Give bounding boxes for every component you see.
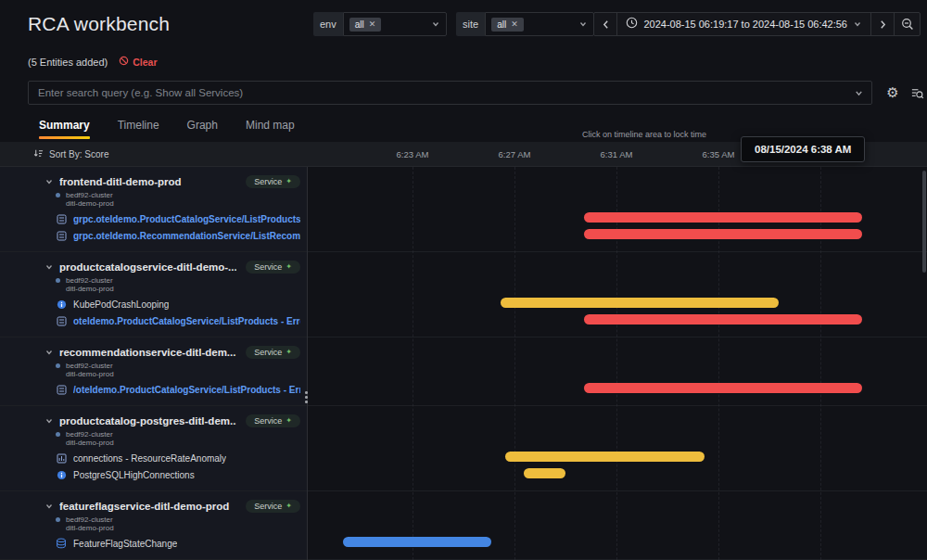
entity-item[interactable]: connections - ResourceRateAnomaly (44, 450, 300, 466)
entity-group-timeline[interactable] (308, 337, 927, 405)
time-range-picker: 2024-08-15 06:19:17 to 2024-08-15 06:42:… (593, 12, 921, 36)
timeline-bar[interactable] (501, 298, 779, 308)
search-box (28, 81, 872, 105)
scrollbar-thumb[interactable] (922, 171, 926, 273)
entity-group-header[interactable]: recommendationservice-ditl-dem...Service… (44, 343, 300, 361)
entity-group-header[interactable]: productcatalog-postgres-ditl-dem...Servi… (44, 412, 300, 429)
entity-group-header[interactable]: frontend-ditl-demo-prodService✦ (44, 172, 300, 190)
chevron-down-icon (44, 498, 54, 515)
entity-cluster: bedf92-clusterditl-demo-prod (44, 515, 300, 535)
service-badge: Service✦ (246, 414, 300, 427)
time-range-button[interactable]: 2024-08-15 06:19:17 to 2024-08-15 06:42:… (616, 13, 871, 35)
entity-item[interactable]: PostgreSQLHighConnections (44, 466, 300, 483)
namespace-name: ditl-demo-prod (66, 285, 114, 293)
zoom-out-button[interactable] (894, 13, 920, 35)
chevron-down-icon[interactable] (854, 88, 871, 98)
namespace-name: ditl-demo-prod (66, 370, 114, 378)
env-filter-chip: all ✕ (349, 18, 382, 32)
time-forward-button[interactable] (871, 13, 894, 35)
entity-name: productcatalogservice-ditl-demo-... (59, 261, 236, 273)
entity-group-timeline[interactable] (308, 252, 927, 337)
timeline-bar[interactable] (343, 537, 491, 547)
ban-icon (119, 56, 129, 68)
entity-item[interactable]: oteldemo.ProductCatalogService/ListProdu… (44, 312, 300, 329)
gear-icon[interactable]: ⚙ (882, 82, 904, 104)
namespace-name: ditl-demo-prod (66, 439, 114, 447)
page-title: RCA workbench (28, 13, 170, 35)
time-back-button[interactable] (594, 13, 616, 35)
bullet-icon (56, 278, 60, 283)
timeline-bar[interactable] (505, 452, 705, 462)
time-tick-label: 6:35 AM (703, 149, 735, 159)
tab-timeline[interactable]: Timeline (118, 119, 159, 139)
service-badge: Service✦ (246, 500, 300, 513)
trace-icon (56, 316, 67, 326)
entity-item-label: grpc.oteldemo.RecommendationService/List… (73, 231, 300, 241)
tab-summary[interactable]: Summary (39, 119, 90, 139)
entity-group-left: frontend-ditl-demo-prodService✦bedf92-cl… (0, 167, 308, 251)
sort-by-control[interactable]: Sort By: Score (33, 142, 108, 166)
namespace-name: ditl-demo-prod (66, 524, 114, 532)
entity-item[interactable]: /oteldemo.ProductCatalogService/ListProd… (44, 381, 300, 398)
time-range-text: 2024-08-15 06:19:17 to 2024-08-15 06:42:… (643, 19, 847, 30)
timeline-bar[interactable] (524, 468, 565, 478)
tab-graph[interactable]: Graph (187, 119, 218, 139)
entity-item[interactable]: KubePodCrashLooping (44, 296, 300, 312)
entity-group-header[interactable]: productcatalogservice-ditl-demo-...Servi… (44, 258, 300, 275)
entity-item[interactable]: grpc.oteldemo.ProductCatalogService/List… (44, 210, 300, 227)
service-badge: Service✦ (246, 175, 300, 188)
env-filter: env all ✕ (313, 12, 447, 36)
entity-group-timeline[interactable] (308, 491, 927, 559)
timeline-bar[interactable] (584, 229, 862, 239)
timeline-bar[interactable] (584, 383, 862, 393)
entity-item[interactable]: grpc.oteldemo.RecommendationService/List… (44, 227, 300, 244)
entity-group-row: productcatalog-postgres-ditl-dem...Servi… (0, 406, 927, 491)
time-tick-label: 6:31 AM (601, 149, 633, 159)
entity-group-timeline[interactable] (308, 406, 927, 490)
rca-workbench-app: RCA workbench (5 Entities added) Clear e… (0, 0, 927, 560)
entity-group-left: recommendationservice-ditl-dem...Service… (0, 337, 308, 405)
search-input[interactable] (29, 87, 854, 98)
tab-mind-map[interactable]: Mind map (246, 119, 295, 139)
chevron-down-icon (44, 344, 54, 361)
panel-resize-handle[interactable] (303, 389, 310, 405)
entity-item-label: grpc.oteldemo.ProductCatalogService/List… (73, 214, 300, 224)
content-area: frontend-ditl-demo-prodService✦bedf92-cl… (0, 167, 927, 560)
remove-chip-icon[interactable]: ✕ (511, 19, 518, 31)
env-filter-select[interactable]: all ✕ (343, 12, 447, 36)
entity-group-timeline[interactable] (308, 167, 927, 251)
entity-cluster: bedf92-clusterditl-demo-prod (44, 430, 300, 450)
cluster-name: bedf92-cluster (66, 276, 114, 285)
chevron-down-icon (853, 16, 862, 32)
panel-divider (307, 167, 308, 560)
entity-group-header[interactable]: featureflagservice-ditl-demo-prodService… (44, 497, 300, 515)
entity-groups: frontend-ditl-demo-prodService✦bedf92-cl… (0, 167, 927, 560)
entity-cluster: bedf92-clusterditl-demo-prod (44, 191, 300, 210)
entity-cluster: bedf92-clusterditl-demo-prod (44, 362, 300, 381)
chevron-down-icon (44, 173, 54, 190)
timeline-bar[interactable] (584, 212, 862, 223)
chart-icon (56, 453, 67, 464)
entity-group-row: productcatalogservice-ditl-demo-...Servi… (0, 252, 927, 337)
entity-group-left: productcatalog-postgres-ditl-dem...Servi… (0, 406, 308, 490)
env-filter-label: env (313, 12, 343, 36)
timeline-bar[interactable] (584, 314, 862, 325)
lock-time-hint: Click on timeline area to lock time (582, 130, 706, 139)
clear-button[interactable]: Clear (119, 56, 157, 68)
chevron-down-icon (44, 259, 54, 275)
query-inspector-icon[interactable] (906, 82, 927, 104)
bullet-icon (56, 363, 60, 368)
site-filter-select[interactable]: all ✕ (485, 12, 594, 36)
bullet-icon (56, 432, 60, 437)
entity-item[interactable]: FeatureFlagStateChange (44, 535, 300, 552)
remove-chip-icon[interactable]: ✕ (369, 19, 376, 31)
entity-group-row: frontend-ditl-demo-prodService✦bedf92-cl… (0, 167, 927, 252)
entity-cluster: bedf92-clusterditl-demo-prod (44, 276, 300, 296)
sparkle-icon: ✦ (286, 178, 292, 185)
bullet-icon (56, 193, 60, 197)
entities-row: (5 Entities added) Clear (28, 56, 157, 68)
trace-icon (56, 231, 67, 241)
cluster-name: bedf92-cluster (66, 515, 114, 524)
chevron-down-icon (431, 19, 440, 29)
time-tick-label: 6:27 AM (499, 149, 531, 159)
